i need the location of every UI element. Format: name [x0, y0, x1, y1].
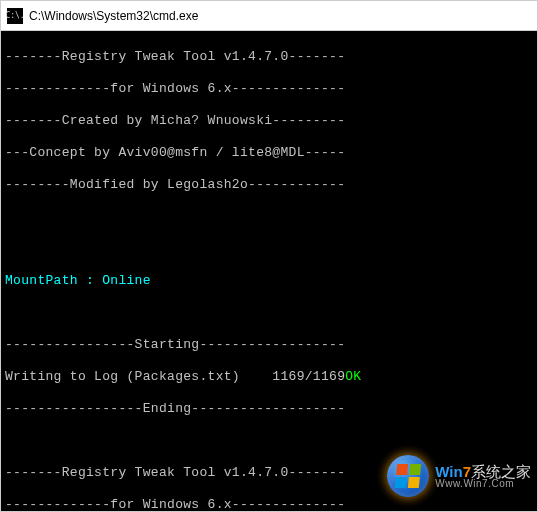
banner-line: -------------for Windows 6.x------------…: [5, 497, 533, 511]
banner-line: -------Registry Tweak Tool v1.4.7.0-----…: [5, 49, 533, 65]
terminal-output: -------Registry Tweak Tool v1.4.7.0-----…: [1, 31, 537, 511]
banner-line: --------Modified by Legolash2o----------…: [5, 177, 533, 193]
cmd-icon: C:\.: [7, 8, 23, 24]
separator-starting: ----------------Starting----------------…: [5, 337, 533, 353]
separator-ending: -----------------Ending-----------------…: [5, 401, 533, 417]
banner-line: -------------for Windows 6.x------------…: [5, 81, 533, 97]
banner-line: -------Created by Micha? Wnuowski-------…: [5, 113, 533, 129]
mountpath-line: MountPath : Online: [5, 273, 533, 289]
window-titlebar[interactable]: C:\. C:\Windows\System32\cmd.exe: [1, 1, 537, 31]
banner-line: -------Registry Tweak Tool v1.4.7.0-----…: [5, 465, 533, 481]
log-write-line: Writing to Log (Packages.txt) 1169/1169O…: [5, 369, 533, 385]
banner-line: ---Concept by Aviv00@msfn / lite8@MDL---…: [5, 145, 533, 161]
window-title: C:\Windows\System32\cmd.exe: [29, 9, 198, 23]
